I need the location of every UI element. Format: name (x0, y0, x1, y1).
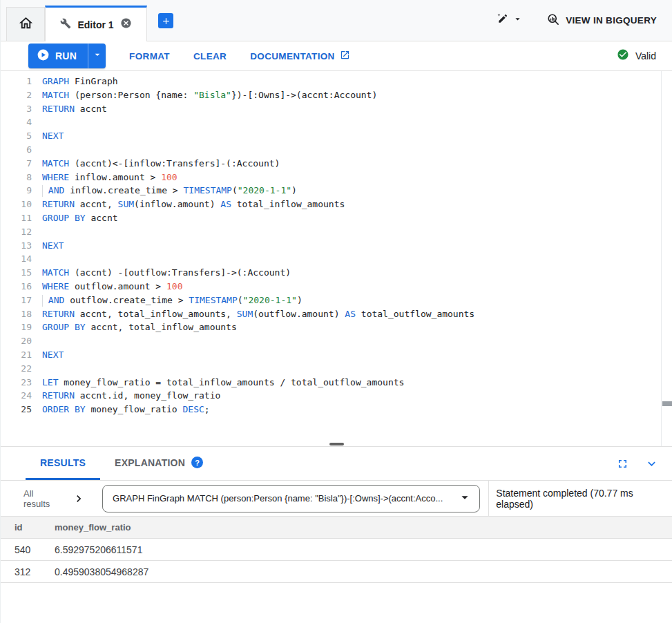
code-text: AND inflow.create_time > TIMESTAMP("2020… (42, 184, 297, 198)
view-in-bigquery-button[interactable]: VIEW IN BIGQUERY (544, 10, 664, 31)
table-row: 3120.4959038054968287 (1, 561, 672, 583)
code-line[interactable]: 8WHERE inflow.amount > 100 (1, 171, 672, 184)
code-text: ORDER BY money_flow_ratio DESC; (42, 403, 210, 416)
code-line[interactable]: 7MATCH (accnt)<-[inflow:Transfers]-(:Acc… (1, 157, 672, 171)
statement-select-dropdown[interactable]: GRAPH FinGraph MATCH (person:Person {nam… (102, 485, 480, 512)
run-button-label: RUN (55, 50, 77, 61)
code-line[interactable]: 1GRAPH FinGraph (1, 75, 672, 88)
code-line[interactable]: 24RETURN accnt.id, money_flow_ratio (1, 389, 672, 403)
code-line[interactable]: 12 (1, 225, 672, 239)
code-line[interactable]: 21NEXT (1, 348, 672, 362)
code-line[interactable]: 15MATCH (accnt) -[outflow:Transfers]->(:… (1, 266, 672, 280)
statement-status-text: Statement completed (70.77 ms elapsed) (496, 488, 672, 510)
code-line[interactable]: 14 (1, 252, 672, 266)
code-line[interactable]: 6 (1, 143, 672, 157)
run-split-button: RUN (28, 44, 106, 68)
documentation-link[interactable]: DOCUMENTATION (250, 50, 350, 62)
clear-button[interactable]: CLEAR (193, 51, 227, 61)
run-options-caret[interactable] (88, 44, 106, 68)
code-line[interactable]: 13NEXT (1, 239, 672, 253)
code-line[interactable]: 2MATCH (person:Person {name: "Bisla"})-[… (1, 88, 672, 102)
code-text: RETURN accnt, SUM(inflow.amount) AS tota… (42, 198, 345, 211)
code-line[interactable]: 10RETURN accnt, SUM(inflow.amount) AS to… (1, 198, 672, 211)
code-line[interactable]: 18RETURN accnt, total_inflow_amounts, SU… (1, 307, 672, 321)
results-table-body: 5406.5929752066115713120.495903805496828… (1, 539, 672, 583)
results-breadcrumb-row: All results GRAPH FinGraph MATCH (person… (1, 481, 672, 516)
wrench-icon (60, 18, 71, 32)
code-line[interactable]: 5NEXT (1, 129, 672, 143)
line-number: 9 (1, 184, 32, 198)
format-button[interactable]: FORMAT (129, 51, 170, 61)
code-line[interactable]: 11GROUP BY accnt (1, 211, 672, 225)
valid-status-label: Valid (635, 50, 656, 61)
code-text: NEXT (42, 129, 64, 143)
statement-dropdown-value: GRAPH FinGraph MATCH (person:Person {nam… (113, 493, 457, 504)
results-table: idmoney_flow_ratio 5406.5929752066115713… (1, 516, 672, 583)
code-text: GROUP BY accnt (42, 211, 118, 225)
line-number: 3 (1, 102, 32, 116)
code-line[interactable]: 23LET money_flow_ratio = total_inflow_am… (1, 376, 672, 390)
results-header-actions (616, 447, 672, 480)
cell-id: 540 (1, 539, 41, 561)
results-panel-header: RESULTS EXPLANATION ? (1, 446, 672, 481)
line-number: 2 (1, 88, 32, 102)
line-number: 15 (1, 266, 32, 280)
panel-resize-handle[interactable] (329, 443, 344, 445)
play-circle-icon (37, 48, 50, 64)
line-number: 5 (1, 129, 32, 143)
pen-spark-icon (495, 12, 510, 29)
tab-explanation[interactable]: EXPLANATION ? (100, 447, 218, 480)
open-in-new-icon (340, 50, 350, 62)
line-number: 18 (1, 307, 32, 321)
validation-status: Valid (617, 48, 656, 64)
vertical-divider (488, 481, 489, 516)
code-line[interactable]: 25ORDER BY money_flow_ratio DESC; (1, 403, 672, 416)
chevron-right-icon[interactable] (72, 492, 86, 506)
tab-editor-1[interactable]: Editor 1 (45, 6, 147, 41)
close-tab-icon[interactable] (120, 17, 132, 32)
code-line[interactable]: 3RETURN accnt (1, 102, 672, 116)
code-line[interactable]: 17 AND outflow.create_time > TIMESTAMP("… (1, 294, 672, 307)
code-line[interactable]: 4 (1, 115, 672, 129)
code-line[interactable]: 9 AND inflow.create_time > TIMESTAMP("20… (1, 184, 672, 198)
line-number: 16 (1, 280, 32, 294)
tab-home[interactable] (6, 7, 45, 41)
gemini-assist-button[interactable] (492, 9, 526, 32)
caret-down-icon (512, 14, 523, 27)
code-text: RETURN accnt (42, 102, 107, 116)
code-text: NEXT (42, 239, 64, 253)
code-line[interactable]: 20 (1, 334, 672, 348)
fullscreen-icon[interactable] (616, 457, 629, 470)
collapse-panel-chevron-down-icon[interactable] (644, 457, 659, 471)
line-number: 25 (1, 403, 32, 416)
run-button[interactable]: RUN (28, 44, 88, 68)
line-number: 11 (1, 211, 32, 225)
line-number: 23 (1, 376, 32, 390)
line-number: 19 (1, 320, 32, 334)
code-line[interactable]: 16WHERE outflow.amount > 100 (1, 280, 672, 294)
line-number: 8 (1, 171, 32, 184)
explanation-tab-label: EXPLANATION (115, 457, 185, 468)
help-icon[interactable]: ? (191, 457, 203, 468)
documentation-link-label: DOCUMENTATION (250, 51, 335, 61)
line-number: 13 (1, 239, 32, 253)
view-in-bigquery-label: VIEW IN BIGQUERY (566, 15, 657, 26)
code-text: RETURN accnt.id, money_flow_ratio (42, 389, 220, 403)
editor-scrollbar-thumb[interactable] (662, 401, 672, 406)
add-editor-tab-button[interactable] (158, 13, 173, 28)
code-line[interactable]: 22 (1, 362, 672, 376)
results-table-header: idmoney_flow_ratio (1, 517, 672, 539)
query-toolbar: RUN FORMAT CLEAR DOCUMENTATION Valid (1, 41, 672, 71)
tab-results[interactable]: RESULTS (26, 447, 100, 480)
all-results-breadcrumb[interactable]: All results (23, 488, 62, 509)
code-text: MATCH (person:Person {name: "Bisla"})-[:… (42, 88, 377, 102)
cell-money-flow-ratio: 6.592975206611571 (41, 539, 672, 561)
code-editor[interactable]: 1GRAPH FinGraph2MATCH (person:Person {na… (1, 71, 672, 446)
arrow-drop-down-icon (457, 490, 472, 508)
code-line[interactable]: 19GROUP BY accnt, total_inflow_amounts (1, 320, 672, 334)
results-tab-label: RESULTS (40, 457, 86, 468)
format-button-label: FORMAT (129, 51, 170, 61)
line-number: 6 (1, 143, 32, 157)
check-circle-icon (617, 48, 629, 64)
code-text: WHERE inflow.amount > 100 (42, 171, 177, 184)
